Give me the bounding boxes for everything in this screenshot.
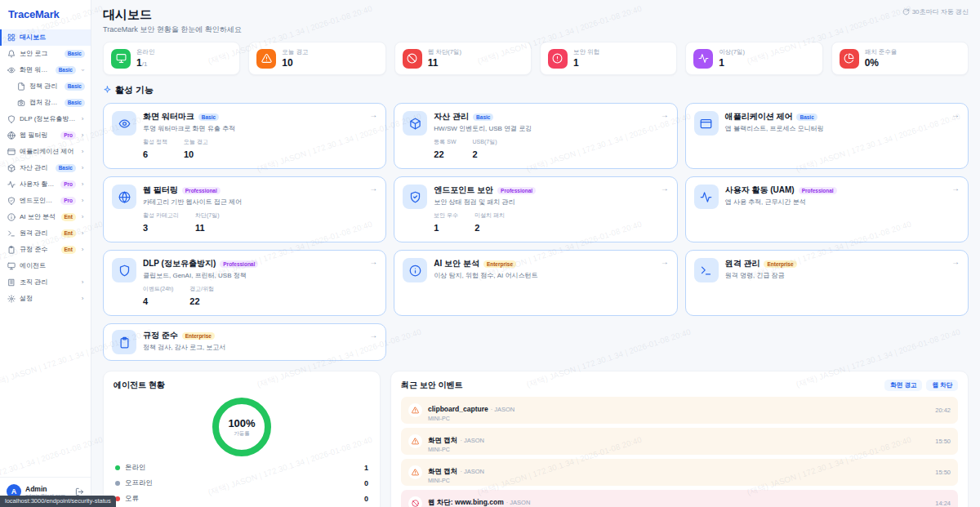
arrow-right-icon: → bbox=[951, 184, 960, 193]
legend-error: 오류 0 bbox=[114, 491, 370, 506]
feature-card-asset-management[interactable]: 자산 관리Basic HW/SW 인벤토리, USB 연결 로깅 등록 SW22… bbox=[394, 103, 677, 169]
feature-card-compliance[interactable]: 규정 준수Enterprise 정책 검사, 감사 로그, 보고서 → bbox=[103, 323, 386, 361]
shield-icon bbox=[7, 115, 16, 123]
logout-icon[interactable] bbox=[75, 487, 84, 496]
main-content: 대시보드 TraceMark 보안 현황을 한눈에 확인하세요 30초마다 자동… bbox=[91, 0, 980, 507]
chevron-right-icon: › bbox=[80, 148, 85, 156]
arrow-right-icon: → bbox=[369, 110, 377, 119]
pro-badge: Pro bbox=[60, 197, 76, 205]
feature-card-endpoint-security[interactable]: 엔드포인트 보안Professional 보안 상태 점검 및 패치 관리 보안… bbox=[394, 176, 677, 242]
enterprise-badge: Enterprise bbox=[483, 260, 516, 268]
enterprise-badge: Enterprise bbox=[764, 260, 796, 268]
feature-cards-grid: 화면 워터마크Basic 투명 워터마크로 화면 유출 추적 활성 정책6 오늘… bbox=[103, 103, 969, 361]
alert-triangle-icon bbox=[408, 434, 422, 448]
basic-badge: Basic bbox=[473, 113, 493, 121]
sidebar-item-compliance[interactable]: 규정 준수 Ent › bbox=[0, 242, 91, 258]
brand-logo: TraceMark bbox=[0, 0, 91, 28]
event-row[interactable]: 웹 차단: www.bing.com· JASON genai 14:24 bbox=[401, 490, 958, 507]
recent-events-panel: 최근 보안 이벤트 화면 경고 웹 차단 clipboard_capture· … bbox=[390, 371, 969, 507]
stat-card-online: 온라인 1/1 bbox=[103, 42, 240, 75]
sidebar-item-remote-management[interactable]: 원격 관리 Ent › bbox=[0, 225, 91, 242]
feature-card-remote-management[interactable]: 원격 관리Enterprise 원격 명령, 긴급 잠금 → bbox=[685, 250, 969, 316]
sidebar-item-policy-management[interactable]: 정책 관리 Basic bbox=[0, 78, 91, 95]
chevron-right-icon: › bbox=[80, 213, 85, 221]
agent-status-panel: 에이전트 현황 100% 가동률 온라인 1 오프라인 0 bbox=[103, 371, 381, 507]
event-time: 15:50 bbox=[935, 438, 951, 445]
activity-icon bbox=[7, 180, 16, 189]
page-subtitle: TraceMark 보안 현황을 한눈에 확인하세요 bbox=[103, 24, 242, 35]
ban-icon bbox=[403, 49, 422, 69]
box-icon bbox=[7, 164, 16, 172]
chevron-right-icon: › bbox=[80, 164, 85, 172]
bell-icon bbox=[7, 50, 16, 58]
sidebar-item-ai-analysis[interactable]: AI 보안 분석 Ent › bbox=[0, 209, 91, 225]
feature-card-dlp[interactable]: DLP (정보유출방지)Professional 클립보드, GenAI, 프린… bbox=[103, 250, 386, 316]
sidebar: TraceMark 대시보드 보안 로그 Basic 화면 워터마크 Basic… bbox=[0, 0, 91, 507]
event-row[interactable]: 화면 캡처· JASON MINI-PC 15:50 bbox=[401, 459, 958, 486]
sidebar-item-dlp[interactable]: DLP (정보유출방지) › bbox=[0, 111, 91, 127]
sidebar-nav: 대시보드 보안 로그 Basic 화면 워터마크 Basic › 정책 관리 B… bbox=[0, 28, 91, 477]
info-icon bbox=[7, 213, 16, 221]
grid-icon bbox=[7, 33, 16, 42]
event-row[interactable]: 화면 캡처· JASON MINI-PC 15:50 bbox=[401, 428, 958, 455]
arrow-right-icon: → bbox=[369, 257, 377, 266]
alert-triangle-icon bbox=[408, 465, 422, 479]
events-panel-title: 최근 보안 이벤트 bbox=[401, 380, 463, 391]
app-window: TraceMark 대시보드 보안 로그 Basic 화면 워터마크 Basic… bbox=[0, 0, 980, 507]
sidebar-item-dashboard[interactable]: 대시보드 bbox=[0, 29, 91, 46]
gear-icon bbox=[7, 295, 16, 303]
feature-card-user-activity[interactable]: 사용자 활동 (UAM)Professional 앱 사용 추적, 근무시간 분… bbox=[685, 176, 969, 242]
monitor-icon bbox=[7, 262, 16, 270]
shield-icon bbox=[112, 258, 136, 282]
event-time: 20:42 bbox=[935, 407, 951, 414]
event-time: 14:24 bbox=[935, 500, 951, 507]
sidebar-item-org-management[interactable]: 조직 관리 › bbox=[0, 274, 91, 291]
sidebar-item-screen-watermark[interactable]: 화면 워터마크 Basic › bbox=[0, 62, 91, 78]
globe-icon bbox=[112, 185, 136, 209]
feature-card-screen-watermark[interactable]: 화면 워터마크Basic 투명 워터마크로 화면 유출 추적 활성 정책6 오늘… bbox=[103, 103, 386, 169]
ent-badge: Ent bbox=[61, 213, 76, 221]
chevron-right-icon: › bbox=[80, 246, 85, 254]
page-title: 대시보드 bbox=[103, 7, 242, 23]
monitor-icon bbox=[111, 49, 131, 69]
sidebar-item-agent[interactable]: 에이전트 bbox=[0, 258, 91, 274]
feature-card-web-filtering[interactable]: 웹 필터링Professional 카테고리 기반 웹사이트 접근 제어 활성 … bbox=[103, 176, 386, 242]
sidebar-item-security-log[interactable]: 보안 로그 Basic bbox=[0, 46, 91, 62]
event-row[interactable]: clipboard_capture· JASON MINI-PC 20:42 bbox=[401, 397, 958, 424]
terminal-icon bbox=[694, 258, 719, 282]
basic-badge: Basic bbox=[56, 164, 76, 172]
sidebar-item-user-activity[interactable]: 사용자 활동 (UAM) Pro › bbox=[0, 176, 91, 193]
offline-dot bbox=[115, 481, 120, 486]
agent-panel-title: 에이전트 현황 bbox=[114, 380, 370, 391]
pie-chart-icon bbox=[840, 49, 859, 69]
filter-web-block-button[interactable]: 웹 차단 bbox=[926, 380, 958, 391]
enterprise-badge: Enterprise bbox=[182, 332, 215, 340]
sidebar-item-web-filtering[interactable]: 웹 필터링 Pro › bbox=[0, 127, 91, 144]
chevron-right-icon: › bbox=[80, 197, 85, 205]
activity-icon bbox=[693, 49, 713, 69]
sidebar-item-capture-log[interactable]: 캡처 감지 로그 Basic bbox=[0, 95, 91, 111]
arrow-right-icon: → bbox=[951, 257, 960, 266]
basic-badge: Basic bbox=[198, 113, 219, 121]
window-icon bbox=[7, 148, 16, 156]
filter-screen-warning-button[interactable]: 화면 경고 bbox=[884, 380, 922, 391]
uptime-donut-chart: 100% 가동률 bbox=[212, 398, 271, 456]
sidebar-item-app-control[interactable]: 애플리케이션 제어 › bbox=[0, 144, 91, 160]
feature-card-app-control[interactable]: 애플리케이션 제어Basic 앱 블랙리스트, 프로세스 모니터링 → bbox=[685, 103, 969, 169]
refresh-icon bbox=[902, 8, 910, 16]
camera-icon bbox=[17, 99, 25, 107]
sidebar-item-asset-management[interactable]: 자산 관리 Basic › bbox=[0, 160, 91, 176]
chevron-right-icon: › bbox=[80, 295, 85, 303]
pro-badge: Pro bbox=[60, 180, 76, 189]
sidebar-item-endpoint-security[interactable]: 엔드포인트 보안 Pro › bbox=[0, 193, 91, 209]
terminal-icon bbox=[7, 229, 16, 238]
sidebar-item-settings[interactable]: 설정 › bbox=[0, 291, 91, 307]
arrow-right-icon: → bbox=[369, 184, 377, 193]
legend-offline: 오프라인 0 bbox=[114, 475, 370, 491]
feature-card-ai-analysis[interactable]: AI 보안 분석Enterprise 이상 탐지, 위험 점수, AI 어시스턴… bbox=[394, 250, 677, 316]
info-icon bbox=[403, 258, 427, 282]
window-icon bbox=[694, 111, 719, 136]
middle-row: 에이전트 현황 100% 가동률 온라인 1 오프라인 0 bbox=[103, 371, 969, 507]
chevron-right-icon: › bbox=[80, 278, 85, 287]
box-icon bbox=[403, 111, 427, 136]
